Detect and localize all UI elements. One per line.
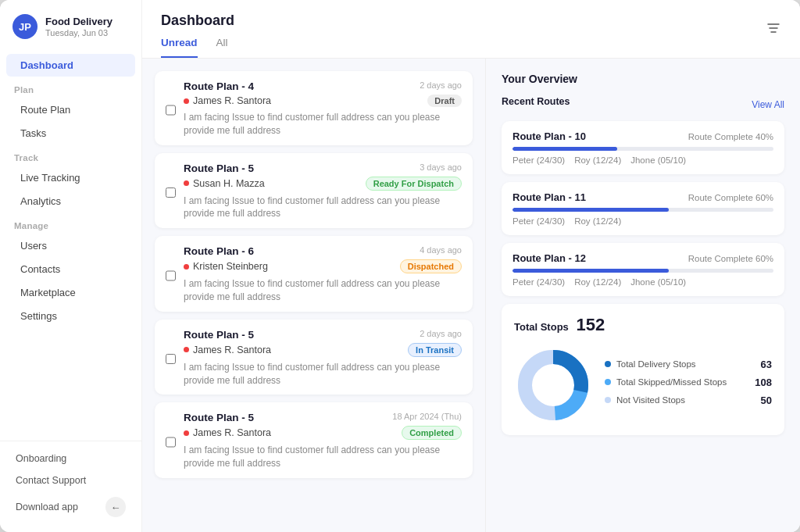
route-progress-bar — [512, 269, 773, 273]
route-progress-bar — [512, 208, 773, 212]
route-card-0: Route Plan - 10 Route Complete 40% Peter… — [502, 121, 784, 174]
msg-text: I am facing Issue to find customer full … — [184, 277, 462, 304]
sidebar-footer-contact-support[interactable]: Contact Support — [9, 470, 132, 491]
message-card: Route Plan - 5 3 days ago Susan H. Mazza… — [155, 153, 473, 229]
msg-top-row: Route Plan - 6 4 days ago — [184, 245, 462, 257]
recent-routes-header: Recent Routes View All — [502, 96, 784, 113]
main-content: Dashboard Unread All — [142, 0, 800, 532]
brand-name: Food Delivery — [45, 16, 112, 28]
msg-time: 4 days ago — [420, 245, 462, 255]
view-all-link[interactable]: View All — [752, 99, 784, 110]
sidebar-item-analytics[interactable]: Analytics — [6, 190, 135, 212]
msg-body-3: Route Plan - 5 2 days ago James R. Santo… — [184, 329, 462, 387]
route-card-top: Route Plan - 10 Route Complete 40% — [512, 130, 773, 142]
msg-driver-row: James R. Santora In Transit — [184, 343, 462, 357]
msg-time: 2 days ago — [420, 329, 462, 338]
msg-time: 3 days ago — [420, 162, 462, 172]
msg-top-row: Route Plan - 5 3 days ago — [184, 162, 462, 174]
driver-name: James R. Santora — [193, 427, 271, 438]
driver-name: James R. Santora — [193, 345, 271, 355]
sidebar: JP Food Delivery Tuesday, Jun 03 Dashboa… — [0, 0, 142, 532]
page-title: Dashboard — [161, 12, 234, 29]
msg-checkbox-4[interactable] — [166, 414, 176, 470]
svg-point-7 — [533, 365, 573, 405]
total-stops-header: Total Stops 152 — [514, 315, 772, 335]
msg-driver-row: Kristen Steinberg Dispatched — [184, 259, 462, 273]
msg-body-0: Route Plan - 4 2 days ago James R. Santo… — [184, 80, 462, 137]
route-card-top: Route Plan - 12 Route Complete 60% — [512, 252, 773, 264]
driver-status-dot — [184, 264, 189, 270]
msg-badge: Ready For Dispatch — [366, 177, 462, 191]
message-card: Route Plan - 6 4 days ago Kristen Steinb… — [155, 236, 473, 312]
driver-name: Susan H. Mazza — [193, 178, 265, 189]
total-stops-count: 152 — [576, 315, 605, 334]
filter-icon — [766, 20, 781, 36]
sidebar-item-route-plan[interactable]: Route Plan — [6, 98, 135, 121]
tab-all[interactable]: All — [216, 37, 228, 58]
header-left: Dashboard Unread All — [161, 12, 234, 58]
overview-header: Your Overview — [502, 73, 784, 85]
msg-checkbox-3[interactable] — [166, 331, 176, 387]
tab-unread[interactable]: Unread — [161, 37, 198, 58]
msg-text: I am facing Issue to find customer full … — [184, 111, 462, 137]
collapse-btn[interactable]: ← — [105, 497, 126, 517]
legend-item-not-visited: Not Visited Stops 50 — [605, 395, 772, 406]
driver-name: James R. Santora — [193, 95, 271, 106]
route-card-1: Route Plan - 11 Route Complete 60% Peter… — [502, 182, 784, 235]
main-header: Dashboard Unread All — [142, 0, 800, 59]
sidebar-item-users[interactable]: Users — [6, 234, 135, 257]
tab-bar: Unread All — [161, 37, 234, 58]
sidebar-footer-onboarding[interactable]: Onboarding — [9, 448, 132, 470]
msg-checkbox-0[interactable] — [166, 83, 176, 137]
route-drivers: Peter (24/30)Roy (12/24) — [512, 216, 773, 226]
driver-label: Jhone (05/10) — [630, 277, 686, 287]
legend-item-skipped: Total Skipped/Missed Stops 108 — [605, 377, 772, 388]
sidebar-item-live-tracking[interactable]: Live Tracking — [6, 166, 135, 189]
msg-driver-row: James R. Santora Completed — [184, 426, 462, 440]
sidebar-header: JP Food Delivery Tuesday, Jun 03 — [0, 0, 141, 50]
route-progress-bar — [512, 147, 773, 151]
overview-panel: Your Overview Recent Routes View All Rou… — [486, 59, 800, 532]
legend-dot-not-visited — [605, 397, 611, 403]
route-drivers: Peter (24/30)Roy (12/24)Jhone (05/10) — [512, 155, 773, 165]
sidebar-item-tasks[interactable]: Tasks — [6, 122, 135, 145]
driver-label: Peter (24/30) — [512, 277, 565, 287]
nav-section-plan: Plan — [0, 77, 141, 98]
route-status: Route Complete 60% — [688, 254, 773, 263]
msg-checkbox-2[interactable] — [166, 248, 176, 304]
chevron-left-icon: ← — [111, 502, 121, 513]
sidebar-nav: Dashboard Plan Route Plan Tasks Track Li… — [0, 50, 141, 441]
msg-text: I am facing Issue to find customer full … — [184, 361, 462, 387]
total-stops-label: Total Stops — [514, 321, 569, 333]
brand-date: Tuesday, Jun 03 — [45, 28, 112, 37]
msg-driver: James R. Santora — [184, 95, 271, 106]
route-card-2: Route Plan - 12 Route Complete 60% Peter… — [502, 243, 784, 296]
driver-label: Peter (24/30) — [512, 216, 565, 226]
msg-badge: In Transit — [408, 343, 462, 357]
sidebar-item-marketplace[interactable]: Marketplace — [6, 281, 135, 304]
filter-icon-btn[interactable] — [766, 20, 781, 40]
sidebar-item-dashboard[interactable]: Dashboard — [6, 54, 135, 77]
msg-badge: Draft — [427, 95, 462, 107]
route-progress-fill — [512, 208, 669, 212]
sidebar-item-settings[interactable]: Settings — [6, 305, 135, 327]
message-card: Route Plan - 4 2 days ago James R. Santo… — [155, 71, 473, 145]
content-area: Route Plan - 4 2 days ago James R. Santo… — [142, 59, 800, 532]
msg-plan-name: Route Plan - 6 — [184, 245, 254, 257]
msg-driver-row: Susan H. Mazza Ready For Dispatch — [184, 177, 462, 191]
sidebar-item-contacts[interactable]: Contacts — [6, 258, 135, 280]
driver-status-dot — [184, 98, 189, 104]
sidebar-footer: Onboarding Contact Support Download app … — [0, 441, 141, 523]
sidebar-footer-download-app[interactable]: Download app ← — [9, 491, 132, 523]
route-cards-container: Route Plan - 10 Route Complete 40% Peter… — [502, 121, 784, 296]
total-stops-section: Total Stops 152 — [502, 304, 784, 435]
msg-checkbox-1[interactable] — [166, 165, 176, 221]
avatar: JP — [12, 14, 38, 39]
legend-dot-skipped — [605, 379, 611, 385]
msg-badge: Dispatched — [400, 259, 462, 273]
route-status: Route Complete 40% — [688, 132, 773, 141]
msg-plan-name: Route Plan - 4 — [184, 80, 254, 92]
brand-info: Food Delivery Tuesday, Jun 03 — [45, 16, 112, 37]
msg-driver: Susan H. Mazza — [184, 178, 265, 189]
msg-badge: Completed — [402, 426, 462, 440]
